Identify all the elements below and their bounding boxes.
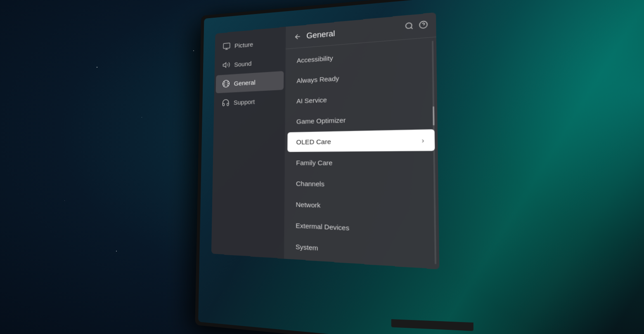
picture-icon (223, 42, 230, 50)
scrollbar-thumb[interactable] (433, 106, 434, 125)
header-actions (405, 20, 428, 33)
support-icon (222, 98, 230, 107)
right-panel: General (284, 12, 440, 269)
always-ready-label: Always Ready (296, 75, 339, 85)
tv-frame: Picture Sound Gene (195, 0, 644, 334)
right-items-list: Accessibility Always Ready AI Service Ga… (284, 37, 440, 269)
svg-rect-0 (223, 43, 230, 49)
left-panel: Picture Sound Gene (211, 27, 286, 259)
panel-title: General (306, 23, 400, 40)
general-label: General (234, 78, 255, 87)
help-icon[interactable] (419, 20, 428, 31)
menu-item-family-care[interactable]: Family Care (287, 152, 435, 174)
svg-marker-1 (223, 63, 226, 68)
ai-service-label: AI Service (296, 96, 327, 105)
general-icon (222, 80, 230, 88)
tv-screen: Picture Sound Gene (198, 0, 644, 334)
tv-container: Picture Sound Gene (198, 12, 632, 322)
menu-item-oled-care[interactable]: OLED Care › (287, 129, 435, 152)
oled-care-label: OLED Care (296, 138, 331, 146)
chevron-right-icon: › (422, 136, 424, 144)
network-label: Network (296, 200, 320, 209)
external-devices-label: Extermal Devices (296, 221, 349, 232)
back-button[interactable] (293, 31, 303, 42)
picture-label: Picture (234, 40, 253, 49)
accessibility-label: Accessibility (297, 54, 333, 64)
menu-item-game-optimizer[interactable]: Game Optimizer (288, 107, 435, 132)
channels-label: Channels (296, 180, 324, 188)
system-label: System (296, 243, 318, 252)
family-care-label: Family Care (296, 159, 332, 167)
sound-icon (223, 61, 230, 69)
sidebar-item-general[interactable]: General (216, 71, 284, 93)
sound-label: Sound (234, 59, 251, 68)
search-icon[interactable] (405, 21, 414, 32)
menu-item-channels[interactable]: Channels (287, 174, 435, 197)
menu-overlay: Picture Sound Gene (211, 12, 440, 269)
game-optimizer-label: Game Optimizer (296, 116, 346, 125)
support-label: Support (234, 98, 255, 106)
sidebar-item-support[interactable]: Support (215, 91, 284, 112)
